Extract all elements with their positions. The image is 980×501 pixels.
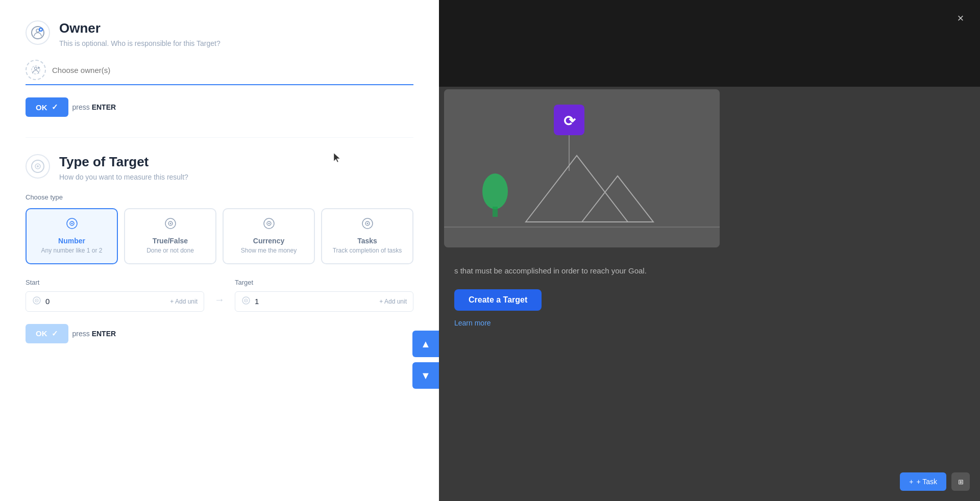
add-task-button[interactable]: + + Task (900, 472, 946, 491)
press-prefix-2: press (72, 330, 92, 338)
target-field-icon (241, 296, 251, 307)
tasks-icon (328, 217, 406, 233)
number-desc: Any number like 1 or 2 (33, 247, 111, 255)
currency-title: Currency (230, 237, 308, 245)
start-add-unit[interactable]: + Add unit (170, 298, 198, 305)
press-prefix: press (72, 103, 92, 111)
start-field-icon (32, 296, 41, 307)
start-label: Start (26, 279, 204, 286)
top-dark-bar (439, 0, 980, 87)
svg-point-20 (37, 165, 39, 167)
target-input-row: + Add unit (235, 291, 413, 312)
truefalse-desc: Done or not done (131, 247, 209, 255)
owner-section-icon (26, 20, 50, 45)
press-enter-text: press ENTER (72, 103, 116, 111)
target-input[interactable] (255, 297, 375, 306)
svg-point-29 (268, 223, 270, 224)
start-field-group: Start + Add unit (26, 279, 204, 312)
svg-point-15 (35, 67, 37, 70)
ok-button-owner[interactable]: OK ✓ (26, 97, 68, 117)
chevron-up-icon: ▲ (421, 338, 431, 350)
type-cards-row: Number Any number like 1 or 2 True/False… (26, 208, 413, 264)
ok-checkmark: ✓ (52, 103, 58, 112)
number-title: Number (33, 237, 111, 245)
start-input-row: + Add unit (26, 291, 204, 312)
choose-type-label: Choose type (26, 193, 413, 201)
target-field-group: Target + Add unit (235, 279, 413, 312)
type-card-number[interactable]: Number Any number like 1 or 2 (26, 208, 118, 264)
type-card-currency[interactable]: Currency Show me the money (223, 208, 315, 264)
target-label: Target (235, 279, 413, 286)
tasks-desc: Track completion of tasks (328, 247, 406, 255)
section-divider (26, 137, 413, 138)
type-section-icon (26, 154, 50, 179)
scroll-down-button[interactable]: ▼ (412, 362, 439, 389)
add-task-label: + Task (916, 478, 937, 486)
ok-bottom-checkmark: ✓ (52, 329, 58, 338)
learn-more-link[interactable]: Learn more (454, 319, 720, 327)
svg-rect-7 (493, 207, 498, 217)
create-target-button[interactable]: Create a Target (454, 289, 542, 311)
type-card-tasks[interactable]: Tasks Track completion of tasks (321, 208, 413, 264)
arrow-right-icon: → (214, 279, 225, 306)
svg-point-23 (71, 223, 72, 224)
bottom-toolbar: + + Task ⊞ (900, 472, 970, 491)
plus-icon: + (909, 478, 913, 486)
svg-text:⟳: ⟳ (564, 113, 576, 129)
chevron-down-icon: ▼ (421, 370, 431, 382)
svg-point-38 (246, 300, 247, 301)
scroll-up-button[interactable]: ▲ (412, 331, 439, 357)
svg-point-32 (366, 223, 368, 224)
illustration-area: ⟳ (444, 89, 720, 247)
owner-section-header: Owner This is optional. Who is responsib… (26, 20, 413, 47)
truefalse-title: True/False (131, 237, 209, 245)
start-input[interactable] (45, 297, 166, 306)
ok-row-owner: OK ✓ press ENTER (26, 97, 413, 117)
owner-input[interactable] (52, 66, 413, 74)
type-subtitle: How do you want to measure this result? (59, 173, 188, 181)
owner-avatar-add[interactable] (26, 60, 46, 80)
ok-label: OK (36, 103, 47, 112)
press-enter-bottom: press ENTER (72, 330, 116, 338)
ok-button-type[interactable]: OK ✓ (26, 324, 68, 343)
modal-panel: Owner This is optional. Who is responsib… (0, 0, 439, 501)
owner-title: Owner (59, 20, 220, 36)
type-title: Type of Target (59, 154, 188, 170)
currency-icon (230, 217, 308, 233)
ok-row-type: OK ✓ press ENTER (26, 324, 413, 343)
enter-key-2: ENTER (92, 330, 116, 338)
type-card-truefalse[interactable]: True/False Done or not done (124, 208, 216, 264)
owner-subtitle: This is optional. Who is responsible for… (59, 39, 220, 47)
number-icon (33, 217, 111, 233)
target-add-unit[interactable]: + Add unit (379, 298, 407, 305)
close-button[interactable]: × (951, 9, 970, 28)
owner-input-row (26, 60, 413, 85)
owner-section-text: Owner This is optional. Who is responsib… (59, 20, 220, 47)
svg-point-6 (482, 173, 508, 209)
enter-key: ENTER (92, 103, 116, 111)
right-panel-content: s that must be accomplished in order to … (444, 255, 730, 337)
grid-view-button[interactable]: ⊞ (951, 472, 970, 491)
right-subtitle: s that must be accomplished in order to … (454, 265, 720, 277)
owner-section: Owner This is optional. Who is responsib… (26, 20, 413, 117)
tasks-title: Tasks (328, 237, 406, 245)
type-section-text: Type of Target How do you want to measur… (59, 154, 188, 181)
type-section-header: Type of Target How do you want to measur… (26, 154, 413, 181)
start-target-row: Start + Add unit → Target (26, 279, 413, 312)
currency-desc: Show me the money (230, 247, 308, 255)
type-section: Type of Target How do you want to measur… (26, 154, 413, 343)
svg-point-26 (169, 223, 171, 224)
ok-bottom-label: OK (36, 329, 47, 338)
grid-icon: ⊞ (958, 478, 964, 486)
truefalse-icon (131, 217, 209, 233)
svg-point-35 (36, 300, 37, 301)
